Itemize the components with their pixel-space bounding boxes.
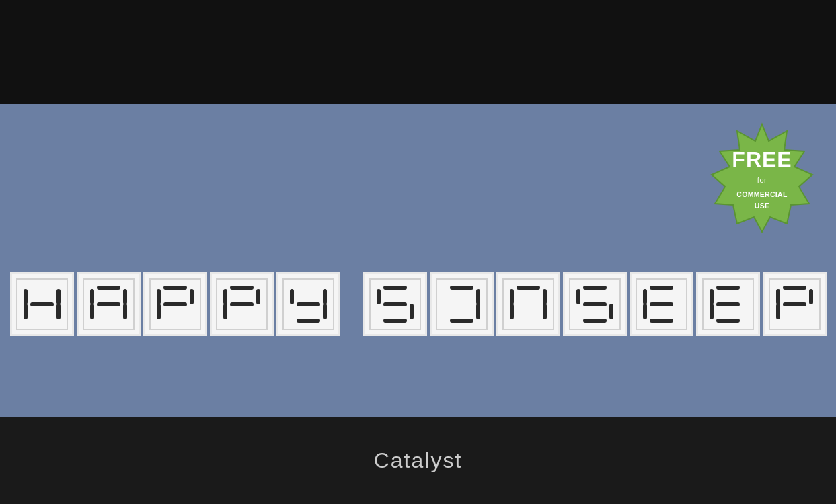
svg-text:FREE: FREE	[732, 147, 792, 171]
svg-text:USE: USE	[755, 202, 770, 210]
lcd-char-n	[496, 272, 560, 336]
top-bar	[0, 0, 836, 104]
lcd-char-a	[77, 272, 141, 336]
lcd-char-s	[363, 272, 427, 336]
lcd-space	[342, 272, 362, 336]
lcd-char-e	[696, 272, 760, 336]
lcd-char-p2	[210, 272, 274, 336]
svg-text:COMMERCIAL: COMMERCIAL	[736, 190, 788, 198]
font-name-label: Catalyst	[374, 448, 463, 473]
lcd-preview	[9, 271, 828, 337]
svg-text:for: for	[757, 176, 767, 184]
bottom-bar: Catalyst	[0, 417, 836, 504]
lcd-char-y	[276, 272, 340, 336]
lcd-char-i	[430, 272, 494, 336]
lcd-char-p1	[143, 272, 207, 336]
lcd-char-r	[763, 272, 827, 336]
free-badge: FREE for COMMERCIAL USE	[705, 121, 819, 235]
lcd-char-s2	[563, 272, 627, 336]
lcd-char-h	[10, 272, 74, 336]
lcd-char-t	[630, 272, 693, 336]
